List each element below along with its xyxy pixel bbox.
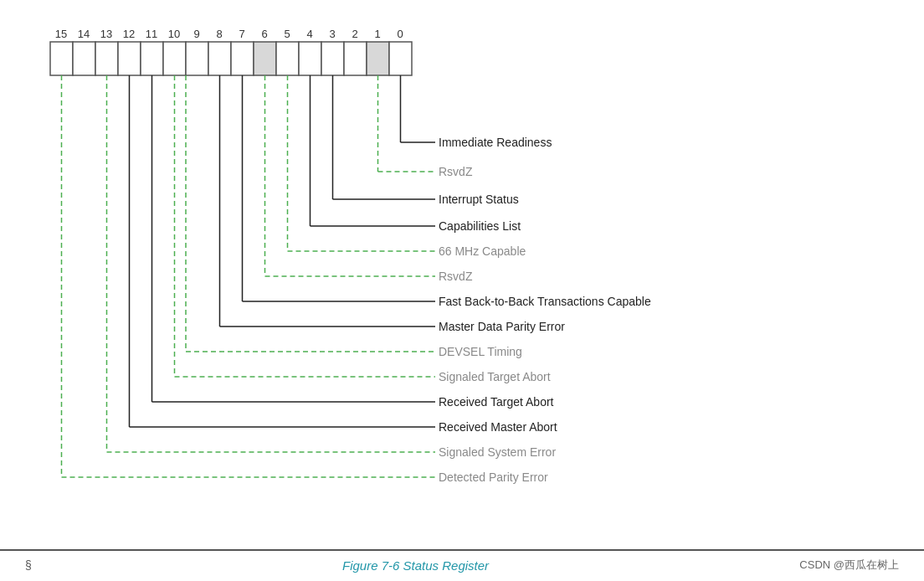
label-received-master-abort: Received Master Abort [439,420,557,434]
label-detected-parity-error: Detected Parity Error [439,470,548,484]
footer: § Figure 7-6 Status Register CSDN @西瓜在树上 [0,549,924,573]
cell-11 [141,42,163,75]
bit-14-label: 14 [78,28,90,40]
cell-1 [367,42,389,75]
figure-title: Figure 7-6 Status Register [342,558,489,573]
bit-12-label: 12 [123,28,135,40]
cell-13 [95,42,118,75]
footer-brand: CSDN @西瓜在树上 [799,558,899,573]
cell-10 [163,42,186,75]
bit-5-label: 5 [284,28,290,40]
bit-15-label: 15 [55,28,67,40]
cell-12 [118,42,141,75]
diagram-area: .bit-label { font: 13px 'Segoe UI', Aria… [25,17,899,536]
label-fast-btb: Fast Back-to-Back Transactions Capable [439,295,651,308]
label-received-target-abort: Received Target Abort [439,395,554,409]
cell-0 [389,42,412,75]
bit-13-label: 13 [100,28,112,40]
cell-15 [50,42,73,75]
register-diagram: .bit-label { font: 13px 'Segoe UI', Aria… [25,17,778,511]
cell-8 [208,42,231,75]
label-capabilities-list: Capabilities List [439,219,521,233]
label-devsel-timing: DEVSEL Timing [439,345,522,358]
cell-4 [299,42,321,75]
cell-3 [321,42,344,75]
label-rsvdz-2: RsvdZ [439,270,473,283]
bit-11-label: 11 [146,28,157,40]
label-signaled-target-abort: Signaled Target Abort [439,370,551,383]
main-container: .bit-label { font: 13px 'Segoe UI', Aria… [0,0,924,581]
label-rsvdz-1: RsvdZ [439,165,473,178]
cell-2 [344,42,367,75]
label-interrupt-status: Interrupt Status [439,193,519,206]
label-immediate-readiness: Immediate Readiness [439,136,552,149]
bit-4-label: 4 [306,28,312,40]
cell-6 [254,42,276,75]
bit-6-label: 6 [261,28,267,40]
footer-symbol: § [25,558,32,572]
bit-10-label: 10 [168,28,180,40]
bit-3-label: 3 [329,28,335,40]
bit-2-label: 2 [352,28,357,40]
cell-5 [276,42,299,75]
bit-0-label: 0 [397,28,403,40]
label-66mhz: 66 MHz Capable [439,244,526,258]
cell-14 [73,42,95,75]
cell-7 [231,42,254,75]
bit-9-label: 9 [193,28,199,40]
bit-7-label: 7 [239,28,244,40]
label-signaled-system-error: Signaled System Error [439,445,556,459]
bit-8-label: 8 [216,28,222,40]
cell-9 [186,42,208,75]
bit-1-label: 1 [374,28,380,40]
label-master-data-parity: Master Data Parity Error [439,320,565,333]
